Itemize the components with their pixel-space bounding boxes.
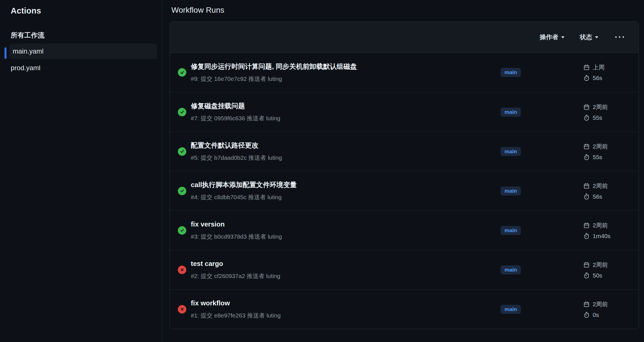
actor-filter-dropdown[interactable]: 操作者 (540, 33, 565, 41)
calendar-icon (583, 143, 590, 150)
run-duration: 56s (593, 193, 602, 200)
branch-badge[interactable]: main (501, 305, 521, 314)
workflow-runs-panel: 操作者 状态 修复同步运行时间计算问题, 同步关机前卸 (170, 21, 639, 329)
runs-list: 修复同步运行时间计算问题, 同步关机前卸载默认组磁盘 #9: 提交 16e70e… (170, 53, 639, 329)
status-filter-dropdown[interactable]: 状态 (580, 33, 598, 41)
calendar-icon (583, 183, 590, 189)
status-filter-label: 状态 (580, 33, 592, 41)
status-success-icon (178, 187, 186, 195)
calendar-icon (583, 222, 590, 229)
chevron-down-icon (595, 36, 598, 38)
status-success-icon (178, 68, 186, 77)
run-date: 2周前 (593, 143, 608, 150)
sidebar-item-main-yaml[interactable]: main.yaml (9, 44, 157, 59)
stopwatch-icon (583, 75, 590, 81)
main-content: Workflow Runs 操作者 状态 (162, 0, 644, 342)
run-date: 2周前 (593, 182, 608, 190)
run-duration: 55s (593, 114, 602, 121)
status-failure-icon (178, 305, 186, 314)
branch-badge[interactable]: main (501, 147, 521, 156)
run-title-link[interactable]: fix workflow (191, 299, 483, 307)
workflow-list: 所有工作流 main.yaml prod.yaml (11, 29, 157, 75)
branch-badge[interactable]: main (501, 68, 521, 77)
calendar-icon (583, 64, 590, 71)
selected-item-accent-bar (5, 47, 6, 59)
actions-app: Actions 所有工作流 main.yaml prod.yaml Workfl… (0, 0, 644, 342)
run-duration: 0s (593, 312, 599, 318)
runs-toolbar: 操作者 状态 (170, 22, 639, 53)
run-title-link[interactable]: 配置文件默认路径更改 (191, 141, 483, 150)
status-success-icon (178, 226, 186, 235)
workflow-run-row[interactable]: fix workflow #1: 提交 e8e97fe263 推送者 lutin… (170, 289, 639, 329)
run-commit-meta: #3: 提交 b0cd9378d3 推送者 luting (191, 233, 483, 241)
run-commit-meta: #1: 提交 e8e97fe263 推送者 luting (191, 312, 483, 319)
run-date: 上周 (593, 63, 605, 71)
run-duration: 1m40s (593, 233, 610, 239)
run-duration: 50s (593, 272, 602, 279)
sidebar-item-prod-yaml[interactable]: prod.yaml (11, 59, 157, 75)
run-commit-meta: #9: 提交 16e70e7c92 推送者 luting (191, 75, 483, 83)
branch-badge[interactable]: main (501, 108, 521, 117)
run-commit-meta: #5: 提交 b7daad0b2c 推送者 luting (191, 154, 483, 162)
calendar-icon (583, 261, 590, 268)
branch-badge[interactable]: main (501, 226, 521, 235)
run-duration: 55s (593, 154, 602, 161)
run-title-link[interactable]: 修复磁盘挂载问题 (191, 102, 483, 110)
run-title-link[interactable]: fix version (191, 220, 483, 228)
stopwatch-icon (583, 193, 590, 200)
status-failure-icon (178, 266, 186, 274)
run-commit-meta: #2: 提交 cf260937a2 推送者 luting (191, 272, 483, 280)
run-commit-meta: #4: 提交 c8dbb7045c 推送者 luting (191, 193, 483, 201)
run-duration: 56s (593, 75, 602, 81)
run-title-link[interactable]: 修复同步运行时间计算问题, 同步关机前卸载默认组磁盘 (191, 62, 483, 71)
stopwatch-icon (583, 312, 590, 318)
calendar-icon (583, 104, 590, 110)
run-date: 2周前 (593, 103, 608, 111)
run-title-link[interactable]: call执行脚本添加配置文件环境变量 (191, 181, 483, 189)
workflow-run-row[interactable]: 修复同步运行时间计算问题, 同步关机前卸载默认组磁盘 #9: 提交 16e70e… (170, 53, 639, 92)
actor-filter-label: 操作者 (540, 33, 558, 41)
sidebar-item-all-workflows[interactable]: 所有工作流 (11, 29, 157, 44)
run-commit-meta: #7: 提交 0959f6c636 推送者 luting (191, 114, 483, 122)
workflow-run-row[interactable]: call执行脚本添加配置文件环境变量 #4: 提交 c8dbb7045c 推送者… (170, 171, 639, 210)
stopwatch-icon (583, 272, 590, 279)
workflow-run-row[interactable]: 修复磁盘挂载问题 #7: 提交 0959f6c636 推送者 luting ma… (170, 92, 639, 132)
chevron-down-icon (561, 36, 565, 38)
workflow-run-row[interactable]: test cargo #2: 提交 cf260937a2 推送者 luting … (170, 250, 639, 289)
run-date: 2周前 (593, 221, 608, 229)
branch-badge[interactable]: main (501, 265, 521, 274)
stopwatch-icon (583, 233, 590, 239)
run-date: 2周前 (593, 261, 608, 269)
status-success-icon (178, 108, 186, 116)
workflow-run-row[interactable]: 配置文件默认路径更改 #5: 提交 b7daad0b2c 推送者 luting … (170, 132, 639, 171)
workflow-run-row[interactable]: fix version #3: 提交 b0cd9378d3 推送者 luting… (170, 210, 639, 250)
run-date: 2周前 (593, 300, 608, 308)
status-success-icon (178, 147, 186, 156)
stopwatch-icon (583, 114, 590, 121)
page-title: Workflow Runs (171, 6, 644, 15)
branch-badge[interactable]: main (501, 186, 521, 196)
run-title-link[interactable]: test cargo (191, 259, 483, 268)
calendar-icon (583, 301, 590, 308)
more-options-button[interactable] (614, 35, 626, 39)
sidebar: Actions 所有工作流 main.yaml prod.yaml (0, 0, 162, 342)
stopwatch-icon (583, 154, 590, 161)
sidebar-title: Actions (11, 6, 157, 15)
